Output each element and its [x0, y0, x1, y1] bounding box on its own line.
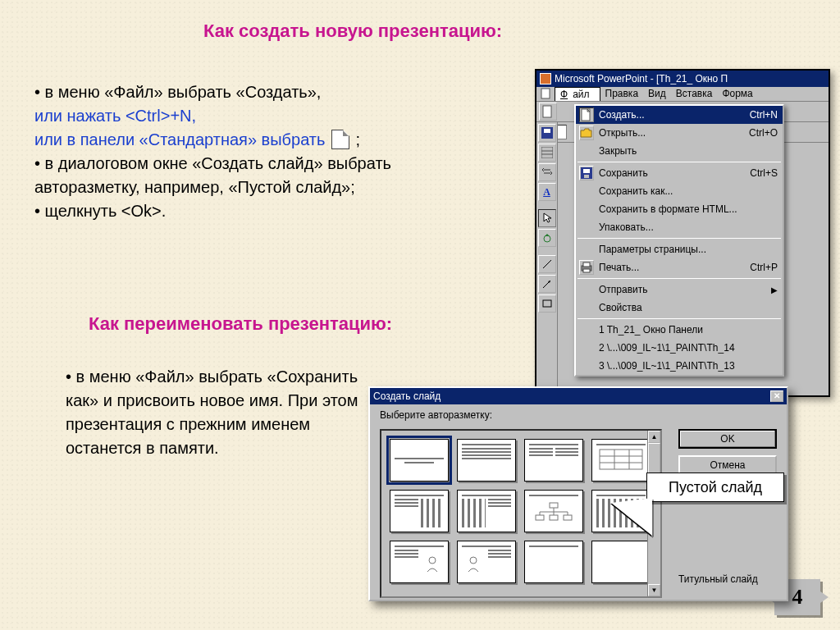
svg-rect-23 — [550, 503, 558, 508]
tb-underline-icon[interactable]: A — [538, 183, 556, 201]
menu-item-label: 3 \...\009_IL~1\1_PAINT\Th_13 — [599, 360, 735, 372]
instr1-line3a: или в панели «Стандартная» выбрать — [34, 130, 325, 148]
ok-button[interactable]: OK — [678, 429, 777, 449]
svg-rect-4 — [541, 147, 553, 158]
layout-text-chart[interactable] — [390, 490, 449, 532]
tb-new[interactable] — [539, 103, 557, 121]
page-number: 4 — [792, 585, 803, 609]
save-icon — [579, 166, 594, 180]
layout-hint-label: Титульный слайд — [678, 573, 777, 585]
svg-rect-30 — [550, 515, 558, 520]
menu-item[interactable]: 3 \...\009_IL~1\1_PAINT\Th_13 — [576, 357, 783, 375]
layout-chart-text[interactable] — [457, 490, 516, 532]
menu-item[interactable]: Сохранить как... — [576, 182, 783, 200]
instr1-line5: щелкнуть <Ok>. — [45, 202, 167, 220]
instructions-rename: • в меню «Файл» выбрать «Сохранить как» … — [66, 365, 377, 460]
menu-item[interactable]: СохранитьCtrl+S — [576, 164, 783, 182]
tb-grid-icon[interactable] — [538, 144, 556, 162]
svg-rect-1 — [543, 106, 551, 117]
open-icon — [579, 126, 594, 140]
menu-item[interactable]: 1 Th_21_ Окно Панели — [576, 321, 783, 339]
menu-item-label: Сохранить как... — [599, 185, 673, 197]
layout-title-slide[interactable] — [390, 439, 449, 482]
print-icon — [579, 260, 594, 275]
menu-shortcut: Ctrl+S — [750, 167, 778, 179]
blank-slide-callout: Пустой слайд — [646, 472, 784, 502]
menu-file-rest: айл — [568, 88, 594, 101]
side-toolbar: A — [536, 122, 558, 395]
heading-rename: Как переименовать презентацию: — [89, 313, 392, 335]
menu-item[interactable]: Упаковать... — [576, 218, 783, 236]
svg-rect-10 — [543, 300, 551, 307]
instr1-line2b: <Ctrl>+N, — [126, 107, 196, 125]
layout-blank[interactable] — [591, 541, 651, 583]
layout-title-only[interactable] — [524, 541, 583, 583]
window-title: Microsoft PowerPoint - [Th_21_ Окно П — [555, 73, 728, 84]
menu-item-label: Открыть... — [599, 127, 646, 139]
new-document-icon — [331, 130, 349, 149]
tb-flip-icon[interactable] — [538, 163, 556, 181]
menu-item[interactable]: Отправить▶ — [576, 281, 783, 299]
close-icon[interactable]: ✕ — [770, 390, 783, 402]
app-icon — [540, 73, 551, 84]
menu-shortcut: Ctrl+O — [749, 127, 778, 139]
layout-two-column[interactable] — [524, 439, 583, 482]
tb-rect-icon[interactable] — [538, 294, 556, 313]
menu-item[interactable]: 2 \...\009_IL~1\1_PAINT\Th_14 — [576, 339, 783, 357]
layout-orgchart[interactable] — [524, 490, 583, 532]
tb-rotate-icon[interactable] — [538, 229, 556, 247]
heading-create: Как создать новую презентацию: — [203, 21, 502, 42]
menu-item-label: 1 Th_21_ Окно Панели — [599, 324, 703, 336]
layout-table[interactable] — [591, 439, 651, 482]
menu-insert[interactable]: Вставка — [671, 87, 718, 101]
file-menu-dropdown: Создать...Ctrl+NОткрыть...Ctrl+OЗакрытьС… — [574, 104, 784, 377]
menu-item[interactable]: Печать...Ctrl+P — [576, 258, 783, 276]
dialog-prompt: Выберите авторазметку: — [380, 409, 492, 421]
menu-item-label: Создать... — [599, 109, 645, 121]
menu-shortcut: Ctrl+N — [750, 109, 778, 121]
menu-item[interactable]: Открыть...Ctrl+O — [576, 124, 783, 142]
menu-item[interactable]: Параметры страницы... — [576, 240, 783, 258]
instr1-line3b: ; — [356, 130, 361, 148]
menu-item-label: Упаковать... — [599, 221, 654, 233]
tb-line-icon[interactable] — [538, 255, 556, 273]
dialog-titlebar[interactable]: Создать слайд ✕ — [370, 388, 787, 404]
menu-item-label: Свойства — [599, 302, 642, 313]
menu-item[interactable]: Создать...Ctrl+N — [576, 106, 783, 124]
svg-point-33 — [470, 557, 477, 564]
menu-view[interactable]: Вид — [643, 87, 671, 101]
menu-item-label: Отправить — [599, 284, 648, 295]
menu-file[interactable]: Файл — [555, 87, 600, 101]
menu-item[interactable]: Сохранить в формате HTML... — [576, 200, 783, 218]
menu-item-label: Печать... — [599, 262, 639, 273]
svg-point-32 — [429, 557, 436, 564]
svg-line-8 — [543, 260, 551, 268]
submenu-arrow-icon: ▶ — [771, 285, 778, 294]
layout-text-clip[interactable] — [390, 541, 449, 583]
layout-bulleted[interactable] — [457, 439, 516, 482]
instructions-create: • в меню «Файл» выбрать «Создать», или н… — [34, 80, 477, 223]
menu-item-label: 2 \...\009_IL~1\1_PAINT\Th_14 — [599, 342, 735, 354]
layout-clip-text[interactable] — [457, 541, 516, 583]
menu-edit[interactable]: Правка — [600, 87, 644, 101]
instr1-line4: в диалоговом окне «Создать слайд» выбрат… — [34, 154, 391, 196]
new-icon — [579, 107, 594, 122]
svg-rect-14 — [584, 175, 589, 178]
dialog-title: Создать слайд — [373, 390, 441, 402]
titlebar: Microsoft PowerPoint - [Th_21_ Окно П — [536, 71, 829, 87]
menu-item[interactable]: Закрыть — [576, 142, 783, 160]
tb-pointer-icon[interactable] — [538, 209, 556, 227]
scroll-up-icon[interactable]: ▲ — [648, 431, 660, 443]
tb-save-icon[interactable] — [538, 124, 556, 142]
menu-item[interactable]: Свойства — [576, 299, 783, 317]
tb-arrow-icon[interactable] — [538, 275, 556, 293]
menubar: Файл Правка Вид Вставка Форма — [536, 87, 829, 102]
svg-rect-18 — [600, 450, 642, 469]
svg-rect-31 — [564, 515, 572, 520]
menu-item-label: Сохранить — [599, 167, 648, 179]
svg-rect-16 — [583, 262, 590, 267]
scroll-down-icon[interactable]: ▼ — [648, 584, 660, 596]
menu-doc-icon[interactable] — [538, 87, 555, 101]
svg-rect-0 — [541, 89, 550, 98]
menu-format[interactable]: Форма — [717, 87, 757, 101]
